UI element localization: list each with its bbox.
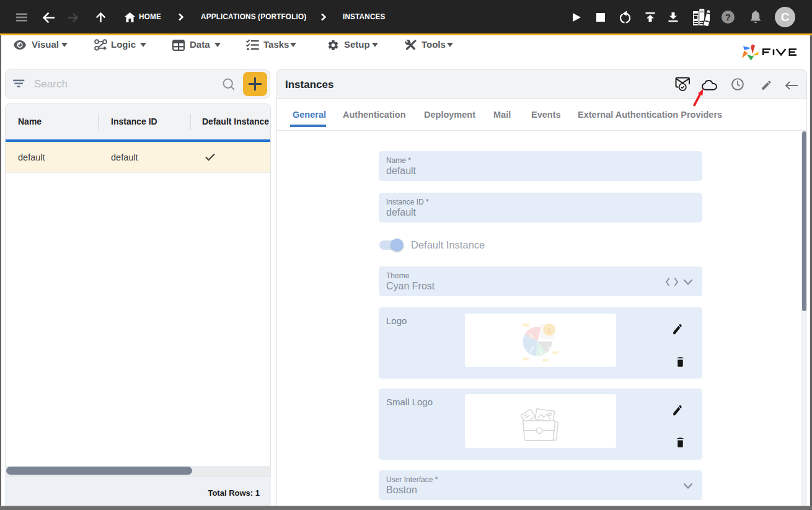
- svg-text:?: ?: [725, 12, 731, 22]
- svg-text:$: $: [547, 327, 552, 334]
